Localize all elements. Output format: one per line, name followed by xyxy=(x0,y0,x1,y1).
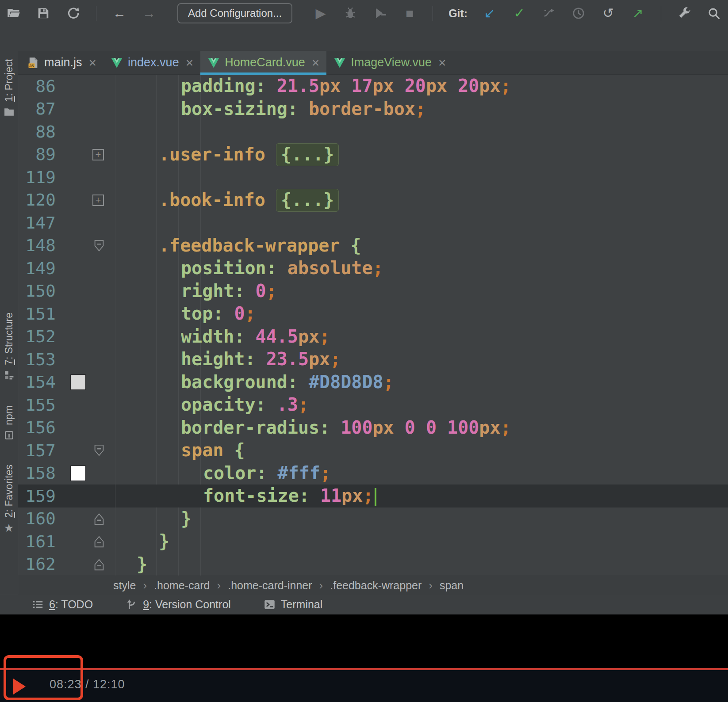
breadcrumb-item[interactable]: .feedback-wrapper xyxy=(330,579,421,592)
gutter: 88 xyxy=(18,120,115,143)
fold-expand-icon[interactable]: + xyxy=(92,149,104,160)
folded-code-chip[interactable]: {...} xyxy=(276,143,339,166)
code-line[interactable]: 148.feedback-wrapper { xyxy=(18,234,728,257)
code-line[interactable]: 159font-size: 11px; xyxy=(18,485,728,507)
code-text: background: #D8D8D8; xyxy=(115,371,728,394)
toolwindow-button-todo[interactable]: 6: TODO xyxy=(32,598,93,611)
synchronize-icon[interactable] xyxy=(65,6,80,21)
sidebar-item-npm[interactable]: npm xyxy=(0,405,18,441)
fold-end-icon[interactable] xyxy=(92,557,106,572)
token: padding: xyxy=(181,76,277,96)
code-line[interactable]: 151top: 0; xyxy=(18,302,728,325)
code-text: font-size: 11px; xyxy=(115,485,728,507)
search-everywhere-icon[interactable] xyxy=(706,6,721,21)
code-text: .book-info {...} xyxy=(115,189,728,212)
breadcrumb-item[interactable]: style xyxy=(113,579,136,592)
fold-expand-icon[interactable]: + xyxy=(92,195,104,206)
code-text: right: 0; xyxy=(115,280,728,303)
fold-end-icon[interactable] xyxy=(92,512,106,526)
token: ; xyxy=(319,326,330,347)
ide-window: ←→Add Configuration...▶■Git:↙✓↺↗ 1: Proj… xyxy=(0,0,728,702)
code-line[interactable]: 156border-radius: 100px 0 0 100px; xyxy=(18,416,728,439)
code-line[interactable]: 161} xyxy=(18,530,728,553)
open-file-icon[interactable] xyxy=(6,6,21,21)
sidebar-item-label: npm xyxy=(3,405,15,425)
breadcrumb-item[interactable]: .home-card xyxy=(154,579,210,592)
token: px xyxy=(319,76,351,96)
code-line[interactable]: 87box-sizing: border-box; xyxy=(18,98,728,121)
settings-wrench-icon[interactable] xyxy=(677,6,692,21)
line-number: 158 xyxy=(18,463,56,483)
fold-end-icon[interactable] xyxy=(92,534,106,549)
color-preview-swatch[interactable] xyxy=(70,374,86,390)
code-line[interactable]: 120+.book-info {...} xyxy=(18,189,728,212)
token: { xyxy=(350,235,361,256)
toolwindow-button-terminal[interactable]: Terminal xyxy=(264,598,322,611)
line-number: 155 xyxy=(18,395,56,415)
save-all-icon[interactable] xyxy=(36,6,51,21)
video-progress-bar[interactable] xyxy=(0,668,728,670)
token: 17 xyxy=(351,76,372,96)
tab-ImageView.vue[interactable]: ImageView.vue× xyxy=(326,51,453,74)
code-text: padding: 21.5px 17px 20px 20px; xyxy=(115,75,728,98)
token: #fff xyxy=(278,463,320,483)
sidebar-item-project[interactable]: 1: Project xyxy=(0,59,18,118)
sidebar-item-structure[interactable]: 7: Structure xyxy=(0,313,18,381)
token: ; xyxy=(363,485,373,506)
close-icon[interactable]: × xyxy=(312,56,320,69)
code-line[interactable]: 153height: 23.5px; xyxy=(18,348,728,371)
video-letterbox xyxy=(0,614,728,668)
sidebar-item-favorites[interactable]: 2: Favorites★ xyxy=(0,465,18,534)
gutter: 160 xyxy=(18,507,115,530)
code-line[interactable]: 162} xyxy=(18,553,728,576)
code-line[interactable]: 86padding: 21.5px 17px 20px 20px; xyxy=(18,75,728,98)
close-icon[interactable]: × xyxy=(186,56,194,69)
git-commit-icon[interactable]: ✓ xyxy=(512,6,527,21)
token: 0 xyxy=(234,303,245,324)
code-line[interactable]: 160} xyxy=(18,507,728,530)
tab-main.js[interactable]: JSmain.js× xyxy=(20,51,103,74)
token: px xyxy=(298,326,319,347)
code-line[interactable]: 150right: 0; xyxy=(18,280,728,303)
tab-index.vue[interactable]: index.vue× xyxy=(103,51,200,74)
git-push-icon[interactable]: ↗ xyxy=(630,6,645,21)
tab-HomeCard.vue[interactable]: HomeCard.vue× xyxy=(200,51,326,74)
fold-collapse-icon[interactable] xyxy=(92,239,106,253)
breadcrumb-item[interactable]: .home-card-inner xyxy=(228,579,312,592)
line-number: 147 xyxy=(18,213,56,233)
close-icon[interactable]: × xyxy=(438,56,446,69)
code-line[interactable]: 149position: absolute; xyxy=(18,257,728,280)
code-line[interactable]: 155opacity: .3; xyxy=(18,393,728,416)
token: height: xyxy=(181,349,266,369)
line-number: 161 xyxy=(18,532,56,551)
code-line[interactable]: 157span { xyxy=(18,439,728,462)
token: .feedback-wrapper xyxy=(159,235,350,256)
code-text: } xyxy=(115,553,728,576)
code-line[interactable]: 88 xyxy=(18,120,728,143)
code-line[interactable]: 147 xyxy=(18,211,728,234)
code-line[interactable]: 89+.user-info {...} xyxy=(18,143,728,166)
undo-icon[interactable]: ↺ xyxy=(601,6,616,21)
code-line[interactable]: 119 xyxy=(18,166,728,189)
folded-code-chip[interactable]: {...} xyxy=(276,189,339,212)
breadcrumb-item[interactable]: span xyxy=(440,579,464,592)
close-icon[interactable]: × xyxy=(89,56,97,69)
sidebar-item-label: 1: Project xyxy=(3,59,15,102)
code-editor[interactable]: 86padding: 21.5px 17px 20px 20px;87box-s… xyxy=(18,75,728,576)
color-preview-swatch[interactable] xyxy=(70,465,86,481)
fold-collapse-icon[interactable] xyxy=(92,443,106,458)
back-icon[interactable]: ← xyxy=(112,6,127,21)
gutter: 151 xyxy=(18,302,115,325)
run-icon: ▶ xyxy=(313,6,328,21)
gutter: 153 xyxy=(18,348,115,371)
code-line[interactable]: 154background: #D8D8D8; xyxy=(18,371,728,394)
toolwindow-button-version-control[interactable]: 9: Version Control xyxy=(126,598,231,611)
gutter: 162 xyxy=(18,553,115,576)
code-line[interactable]: 152width: 44.5px; xyxy=(18,325,728,348)
git-update-icon[interactable]: ↙ xyxy=(482,6,497,21)
token: 20 xyxy=(405,76,426,96)
token: color: xyxy=(203,463,278,483)
code-line[interactable]: 158color: #fff; xyxy=(18,462,728,485)
add-configuration-button[interactable]: Add Configuration... xyxy=(177,3,292,23)
gutter: 119 xyxy=(18,166,115,189)
